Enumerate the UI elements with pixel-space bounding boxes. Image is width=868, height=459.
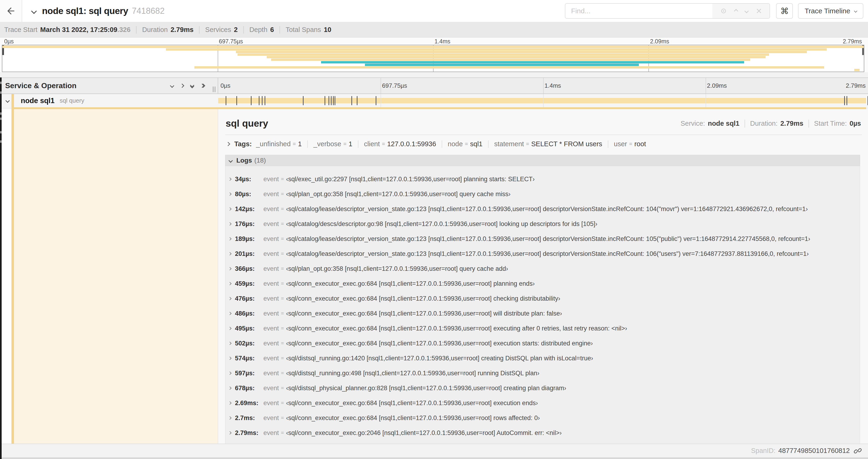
tag-value: SELECT * FROM users (531, 140, 602, 148)
log-marker-tick[interactable] (226, 96, 226, 105)
log-row[interactable]: 176µs:event=‹sql/catalog/descs/descripto… (229, 217, 860, 231)
minimap-span-bar (365, 64, 639, 66)
log-marker-tick[interactable] (844, 96, 845, 105)
log-marker-tick[interactable] (265, 96, 265, 105)
span-meta: Service:node sql1Duration:2.79msStart Ti… (681, 120, 861, 128)
minimap-span-bar (321, 61, 744, 63)
log-field-key: event (264, 370, 279, 377)
span-timeline-cell[interactable] (218, 94, 868, 107)
back-button[interactable] (0, 0, 22, 22)
log-field-value: ‹sql/conn_executor_exec.go:684 [nsql1,cl… (286, 295, 560, 302)
log-marker-tick[interactable] (335, 96, 335, 105)
log-row[interactable]: 678µs:event=‹sql/distsql_physical_planne… (229, 381, 860, 396)
log-marker-tick[interactable] (259, 96, 259, 105)
grid-line (380, 78, 381, 94)
log-marker-tick[interactable] (331, 96, 332, 105)
left-edge-strip (0, 77, 2, 459)
tag-key: node (448, 140, 463, 148)
summary-label: Depth (249, 26, 268, 34)
log-field-key: event (264, 325, 279, 332)
log-row[interactable]: 502µs:event=‹sql/conn_executor_exec.go:6… (229, 336, 860, 351)
log-equals-sign: = (281, 206, 284, 212)
log-marker-tick[interactable] (303, 96, 304, 105)
log-row[interactable]: 189µs:event=‹sql/catalog/lease/descripto… (229, 231, 860, 246)
log-row[interactable]: 2.7ms:event=‹sql/conn_executor_exec.go:6… (229, 411, 860, 425)
log-marker-tick[interactable] (357, 96, 358, 105)
log-marker-tick[interactable] (846, 96, 847, 105)
log-equals-sign: = (281, 310, 284, 317)
expand-all-icon[interactable] (201, 84, 205, 87)
log-equals-sign: = (281, 281, 284, 287)
span-collapse-chevron-icon[interactable] (5, 98, 9, 103)
meta-value: 2.79ms (780, 120, 803, 127)
log-marker-tick[interactable] (333, 96, 334, 105)
collapse-header-chevron-icon[interactable] (31, 8, 37, 14)
log-field-key: event (264, 399, 279, 407)
minimap-span-bar (271, 59, 750, 61)
log-field-value: ‹sql/plan_opt.go:358 [nsql1,client=127.0… (286, 265, 508, 272)
expand-one-icon[interactable] (180, 84, 184, 88)
log-row[interactable]: 2.79ms:event=‹sql/conn_executor_exec.go:… (229, 425, 860, 440)
log-marker-tick[interactable] (329, 96, 329, 105)
log-row[interactable]: 366µs:event=‹sql/plan_opt.go:358 [nsql1,… (229, 261, 860, 276)
log-equals-sign: = (281, 385, 284, 391)
find-clear-icon[interactable] (755, 8, 762, 14)
log-row[interactable]: 2.69ms:event=‹sql/conn_executor_exec.go:… (229, 396, 860, 411)
match-highlight-icon[interactable] (720, 7, 727, 14)
log-field-value: ‹sql/exec_util.go:2297 [nsql1,client=127… (286, 176, 535, 183)
log-chevron-icon (228, 177, 231, 181)
log-field-key: event (264, 235, 279, 242)
minimap-canvas[interactable] (2, 45, 864, 72)
log-row[interactable]: 495µs:event=‹sql/conn_executor_exec.go:6… (229, 321, 860, 336)
log-field-key: event (264, 295, 279, 302)
log-timestamp: 2.79ms: (235, 429, 260, 437)
log-row[interactable]: 142µs:event=‹sql/catalog/lease/descripto… (229, 201, 860, 217)
log-equals-sign: = (281, 370, 284, 376)
deep-link-icon[interactable] (854, 447, 862, 455)
log-timestamp: 34µs: (235, 176, 260, 183)
log-timestamp: 486µs: (235, 310, 260, 317)
meta-label: Duration: (750, 120, 778, 127)
span-duration-bar[interactable] (218, 98, 866, 103)
log-marker-tick[interactable] (376, 96, 376, 105)
log-marker-tick[interactable] (351, 96, 352, 105)
span-row[interactable]: node sql1 sql query (0, 94, 868, 107)
keyboard-shortcuts-button[interactable]: ⌘ (776, 3, 793, 19)
summary-value: March 31 2022, 17:25:09.326 (40, 26, 130, 34)
meta-value: 0µs (849, 120, 861, 127)
log-marker-tick[interactable] (236, 96, 237, 105)
log-chevron-icon (228, 312, 231, 315)
tag-equals-sign: = (293, 141, 296, 147)
log-marker-tick[interactable] (324, 96, 325, 105)
log-row[interactable]: 459µs:event=‹sql/conn_executor_exec.go:6… (229, 276, 860, 291)
log-row[interactable]: 574µs:event=‹sql/distsql_running.go:1420… (229, 351, 860, 366)
column-resizer-handle[interactable] (213, 87, 215, 92)
collapse-all-icon[interactable] (191, 84, 194, 88)
log-row[interactable]: 201µs:event=‹sql/catalog/lease/descripto… (229, 246, 860, 261)
command-icon: ⌘ (780, 6, 789, 16)
find-next-icon[interactable] (744, 9, 748, 13)
log-marker-tick[interactable] (251, 96, 251, 105)
span-name-cell[interactable]: node sql1 sql query (0, 94, 218, 107)
find-prev-icon[interactable] (734, 9, 738, 13)
trace-id: 7418682 (132, 6, 164, 16)
tags-chevron-icon (226, 142, 230, 146)
log-row[interactable]: 597µs:event=‹sql/distsql_running.go:498 … (229, 366, 860, 381)
log-row[interactable]: 486µs:event=‹sql/conn_executor_exec.go:6… (229, 306, 860, 321)
log-marker-tick[interactable] (262, 96, 262, 105)
log-row[interactable]: 476µs:event=‹sql/conn_executor_exec.go:6… (229, 291, 860, 306)
log-row[interactable]: 34µs:event=‹sql/exec_util.go:2297 [nsql1… (229, 172, 860, 187)
view-selector-button[interactable]: Trace Timeline (798, 3, 863, 19)
find-input[interactable] (565, 4, 712, 18)
logs-accordion-header[interactable]: Logs (18) (225, 155, 860, 166)
log-row[interactable]: 80µs:event=‹sql/plan_opt.go:358 [nsql1,c… (229, 187, 860, 201)
tag-equals-sign: = (465, 141, 468, 147)
log-chevron-icon (228, 207, 231, 210)
tags-accordion[interactable]: Tags: _unfinished=1_verbose=1client=127.… (225, 135, 862, 152)
bottom-page-strip (0, 457, 868, 459)
log-field-key: event (264, 265, 279, 272)
log-chevron-icon (228, 297, 231, 300)
log-field-key: event (264, 250, 279, 258)
collapse-one-icon[interactable] (170, 84, 174, 88)
log-field-key: event (264, 415, 279, 422)
